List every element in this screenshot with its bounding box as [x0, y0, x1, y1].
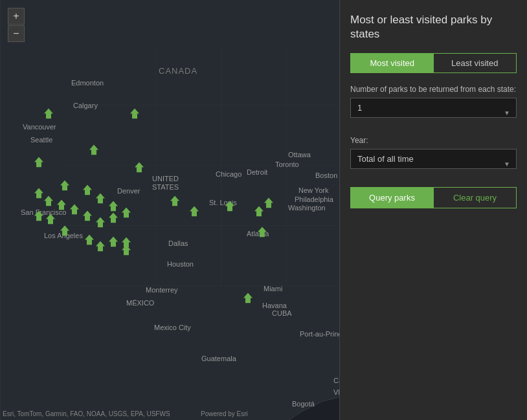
clear-query-button[interactable]: Clear query	[433, 188, 516, 208]
zoom-out-button[interactable]: −	[8, 25, 25, 42]
panel-title: Most or least visited parks by states	[350, 13, 517, 41]
map-container: CANADAEdmontonCalgaryVancouverSeattleUNI…	[0, 0, 527, 420]
zoom-controls: + −	[8, 8, 25, 42]
query-parks-button[interactable]: Query parks	[351, 188, 433, 208]
side-panel: Most or least visited parks by states Mo…	[339, 0, 527, 420]
parks-label: Number of parks to be returned from each…	[350, 85, 517, 94]
parks-select-wrapper: 1 2 3 4 5	[350, 98, 517, 127]
year-select[interactable]: Total of all time 2023 2022 2021 2020 20…	[350, 149, 517, 169]
year-label: Year:	[350, 136, 517, 145]
visit-toggle: Most visited Least visited	[350, 53, 517, 73]
powered-by-text: Powered by Esri	[201, 410, 248, 417]
zoom-in-button[interactable]: +	[8, 8, 25, 25]
year-select-wrapper: Total of all time 2023 2022 2021 2020 20…	[350, 149, 517, 178]
least-visited-button[interactable]: Least visited	[434, 54, 517, 72]
parks-select[interactable]: 1 2 3 4 5	[350, 98, 517, 118]
action-buttons: Query parks Clear query	[350, 187, 517, 208]
attribution-text: Esri, TomTom, Garmin, FAO, NOAA, USGS, E…	[3, 410, 170, 417]
most-visited-button[interactable]: Most visited	[351, 54, 434, 72]
